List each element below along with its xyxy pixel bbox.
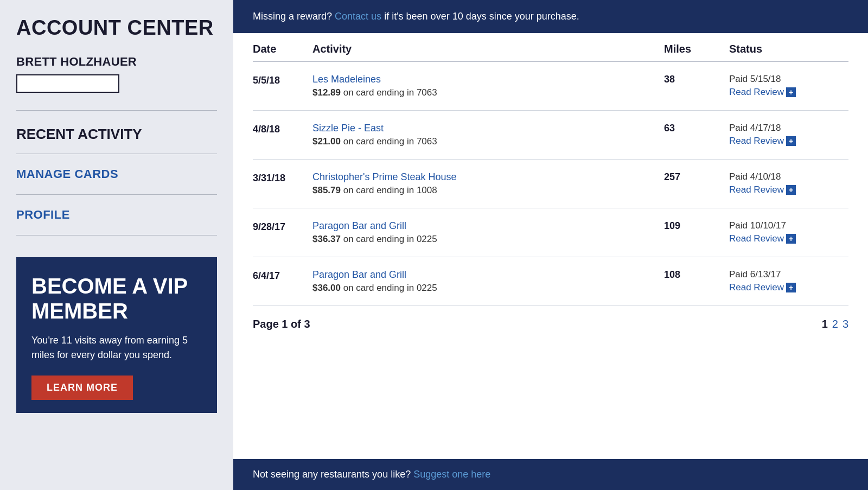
- table-row: 9/28/17 Paragon Bar and Grill $36.37 on …: [253, 208, 848, 257]
- activity-name-link[interactable]: Sizzle Pie - East: [312, 123, 664, 134]
- activity-name-link[interactable]: Paragon Bar and Grill: [312, 269, 664, 281]
- row-date: 5/5/18: [253, 74, 312, 86]
- account-center-title: ACCOUNT CENTER: [16, 16, 217, 40]
- page-link-2[interactable]: 2: [832, 318, 838, 330]
- user-name: BRETT HOLZHAUER: [16, 55, 217, 69]
- top-banner: Missing a reward? Contact us if it's bee…: [233, 0, 868, 33]
- user-input[interactable]: [16, 74, 119, 93]
- row-status: Paid 4/10/18 Read Review +: [729, 171, 848, 195]
- row-date: 6/4/17: [253, 269, 312, 282]
- row-status: Paid 4/17/18 Read Review +: [729, 123, 848, 147]
- page-link-1[interactable]: 1: [822, 318, 828, 330]
- bottom-banner: Not seeing any restaurants you like? Sug…: [233, 459, 868, 490]
- activity-card: on card ending in 0225: [343, 283, 437, 293]
- col-header-status: Status: [729, 43, 848, 55]
- page-links: 123: [822, 318, 848, 330]
- read-review-icon: +: [786, 136, 796, 146]
- activity-card: on card ending in 7063: [343, 136, 437, 147]
- activity-detail: $85.79 on card ending in 1008: [312, 185, 437, 195]
- table-row: 4/8/18 Sizzle Pie - East $21.00 on card …: [253, 111, 848, 160]
- read-review-icon: +: [786, 185, 796, 195]
- bottom-banner-text-before: Not seeing any restaurants you like?: [253, 469, 411, 480]
- page-link-3[interactable]: 3: [843, 318, 848, 330]
- read-review-link[interactable]: Read Review +: [729, 136, 796, 147]
- row-status: Paid 10/10/17 Read Review +: [729, 220, 848, 244]
- row-date: 3/31/18: [253, 171, 312, 184]
- activity-card: on card ending in 0225: [343, 234, 437, 244]
- read-review-icon: +: [786, 87, 796, 97]
- status-paid: Paid 4/10/18: [729, 171, 848, 182]
- row-miles: 38: [664, 74, 729, 85]
- activity-name-link[interactable]: Paragon Bar and Grill: [312, 220, 664, 232]
- status-paid: Paid 6/13/17: [729, 269, 848, 280]
- activity-detail: $12.89 on card ending in 7063: [312, 87, 437, 98]
- row-status: Paid 5/15/18 Read Review +: [729, 74, 848, 98]
- activity-amount: $21.00: [312, 136, 341, 147]
- contact-us-link[interactable]: Contact us: [335, 11, 381, 22]
- sidebar-divider-1: [16, 110, 217, 111]
- read-review-link[interactable]: Read Review +: [729, 87, 796, 98]
- row-miles: 109: [664, 220, 729, 232]
- read-review-icon: +: [786, 283, 796, 292]
- row-activity: Paragon Bar and Grill $36.00 on card end…: [312, 269, 664, 294]
- activity-card: on card ending in 7063: [343, 87, 437, 98]
- sidebar-item-manage-cards[interactable]: MANAGE CARDS: [16, 160, 217, 189]
- status-paid: Paid 10/10/17: [729, 220, 848, 231]
- read-review-link[interactable]: Read Review +: [729, 282, 796, 293]
- sidebar-item-profile[interactable]: PROFILE: [16, 200, 217, 230]
- activity-amount: $85.79: [312, 185, 341, 195]
- row-miles: 108: [664, 269, 729, 281]
- sidebar-divider-3: [16, 194, 217, 195]
- col-header-miles: Miles: [664, 43, 729, 55]
- page-info: Page 1 of 3: [253, 318, 310, 330]
- activity-amount: $36.37: [312, 234, 341, 244]
- activity-detail: $36.00 on card ending in 0225: [312, 283, 437, 293]
- activity-name-link[interactable]: Christopher's Prime Steak House: [312, 171, 664, 183]
- status-paid: Paid 5/15/18: [729, 74, 848, 85]
- vip-title: BECOME A VIP MEMBER: [31, 273, 202, 323]
- table-row: 5/5/18 Les Madeleines $12.89 on card end…: [253, 62, 848, 111]
- activity-detail: $36.37 on card ending in 0225: [312, 234, 437, 244]
- row-miles: 63: [664, 123, 729, 134]
- col-header-date: Date: [253, 43, 312, 55]
- row-activity: Sizzle Pie - East $21.00 on card ending …: [312, 123, 664, 147]
- vip-banner: BECOME A VIP MEMBER You're 11 visits awa…: [16, 257, 217, 413]
- row-date: 4/8/18: [253, 123, 312, 135]
- table-row: 3/31/18 Christopher's Prime Steak House …: [253, 160, 848, 208]
- read-review-link[interactable]: Read Review +: [729, 184, 796, 195]
- main-content: Missing a reward? Contact us if it's bee…: [233, 0, 868, 490]
- col-header-activity: Activity: [312, 43, 664, 55]
- learn-more-button[interactable]: LEARN MORE: [31, 376, 133, 400]
- table-header: Date Activity Miles Status: [253, 33, 848, 62]
- row-activity: Les Madeleines $12.89 on card ending in …: [312, 74, 664, 98]
- row-activity: Christopher's Prime Steak House $85.79 o…: [312, 171, 664, 196]
- sidebar-divider-2: [16, 154, 217, 154]
- row-activity: Paragon Bar and Grill $36.37 on card end…: [312, 220, 664, 245]
- sidebar-divider-4: [16, 235, 217, 236]
- table-row: 6/4/17 Paragon Bar and Grill $36.00 on c…: [253, 257, 848, 306]
- activity-card: on card ending in 1008: [343, 185, 437, 195]
- activity-detail: $21.00 on card ending in 7063: [312, 136, 437, 147]
- row-date: 9/28/17: [253, 220, 312, 233]
- pagination-row: Page 1 of 3 123: [253, 306, 848, 339]
- read-review-icon: +: [786, 234, 796, 244]
- activity-name-link[interactable]: Les Madeleines: [312, 74, 664, 85]
- top-banner-text-after: if it's been over 10 days since your pur…: [384, 11, 579, 22]
- sidebar: ACCOUNT CENTER BRETT HOLZHAUER RECENT AC…: [0, 0, 233, 490]
- read-review-link[interactable]: Read Review +: [729, 233, 796, 244]
- top-banner-text-before: Missing a reward?: [253, 11, 332, 22]
- status-paid: Paid 4/17/18: [729, 123, 848, 133]
- vip-description: You're 11 visits away from earning 5 mil…: [31, 333, 202, 362]
- activity-amount: $36.00: [312, 283, 341, 293]
- suggest-link[interactable]: Suggest one here: [413, 469, 490, 480]
- activity-amount: $12.89: [312, 87, 341, 98]
- row-miles: 257: [664, 171, 729, 183]
- table-body: 5/5/18 Les Madeleines $12.89 on card end…: [253, 62, 848, 306]
- nav-recent-activity-label: RECENT ACTIVITY: [16, 116, 217, 148]
- activity-table: Date Activity Miles Status 5/5/18 Les Ma…: [233, 33, 868, 459]
- row-status: Paid 6/13/17 Read Review +: [729, 269, 848, 293]
